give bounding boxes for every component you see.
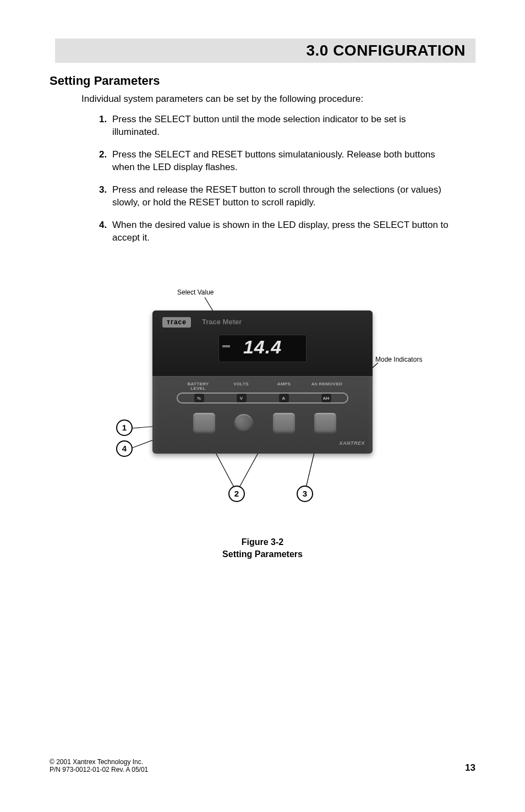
indicator-oval: % V A AH xyxy=(177,393,348,404)
part-number: P/N 973-0012-01-02 Rev. A 05/01 xyxy=(50,766,148,773)
select-button[interactable] xyxy=(193,413,215,434)
step-number: 4. xyxy=(99,219,112,244)
step-number: 1. xyxy=(99,113,112,139)
step-4: 4. When the desired value is shown in th… xyxy=(99,219,453,244)
section-header: 3.0 CONFIGURATION xyxy=(55,39,475,63)
label-ah: Ah REMOVED xyxy=(305,382,348,392)
callout-circle-3: 3 xyxy=(297,486,313,502)
footer-left: © 2001 Xantrex Technology Inc. P/N 973-0… xyxy=(50,758,148,773)
procedure-list: 1. Press the SELECT button until the mod… xyxy=(99,113,453,244)
step-text: When the desired value is shown in the L… xyxy=(112,219,453,244)
step-number: 2. xyxy=(99,149,112,174)
label-amps: AMPS xyxy=(262,382,305,392)
label-volts: VOLTS xyxy=(220,382,262,392)
callout-circle-4: 4 xyxy=(116,440,133,457)
step-text: Press and release the RESET button to sc… xyxy=(112,184,453,209)
callout-circle-2: 2 xyxy=(228,486,245,502)
button-row xyxy=(193,413,336,434)
callout-select-value: Select Value xyxy=(177,288,214,296)
copyright: © 2001 Xantrex Technology Inc. xyxy=(50,758,148,766)
device-top-panel: тгасе Trace Meter 14.4 xyxy=(152,310,373,377)
brand-badge: тгасе xyxy=(162,317,191,328)
callout-circle-1: 1 xyxy=(116,419,133,436)
indicator-pct-icon: % xyxy=(194,394,204,402)
indicator-ah-icon: AH xyxy=(321,394,331,402)
indicator-labels: BATTERY LEVEL VOLTS AMPS Ah REMOVED xyxy=(177,382,348,392)
indicator-a-icon: A xyxy=(279,394,289,402)
step-1: 1. Press the SELECT button until the mod… xyxy=(99,113,453,139)
device-panel: тгасе Trace Meter 14.4 BATTERY LEVEL VOL… xyxy=(152,310,373,454)
step-text: Press the SELECT and RESET buttons simul… xyxy=(112,149,453,174)
figure-wrapper: Select Value Mode Indicators 1 4 2 3 тга… xyxy=(70,283,455,536)
page-number: 13 xyxy=(465,762,475,773)
step-2: 2. Press the SELECT and RESET buttons si… xyxy=(99,149,453,174)
device-title: Trace Meter xyxy=(202,318,242,326)
center-button[interactable] xyxy=(234,414,253,433)
label-battery: BATTERY LEVEL xyxy=(177,382,220,392)
lcd-value: 14.4 xyxy=(243,336,282,357)
step-number: 3. xyxy=(99,184,112,209)
page-footer: © 2001 Xantrex Technology Inc. P/N 973-0… xyxy=(50,758,475,773)
callout-mode-indicators: Mode Indicators xyxy=(375,356,422,363)
figure-caption: Figure 3-2 Setting Parameters xyxy=(50,536,475,561)
intro-paragraph: Individual system parameters can be set … xyxy=(81,94,475,105)
figure-number: Figure 3-2 xyxy=(50,536,475,548)
step-text: Press the SELECT button until the mode s… xyxy=(112,113,453,139)
manufacturer-logo: XANTREX xyxy=(339,440,365,446)
indicator-v-icon: V xyxy=(237,394,247,402)
subsection-heading: Setting Parameters xyxy=(50,74,475,88)
figure-title: Setting Parameters xyxy=(50,548,475,560)
lcd-display: 14.4 xyxy=(218,335,307,362)
negative-indicator xyxy=(222,345,230,347)
aux-button[interactable] xyxy=(314,413,336,434)
step-3: 3. Press and release the RESET button to… xyxy=(99,184,453,209)
reset-button[interactable] xyxy=(273,413,295,434)
mode-indicator-strip: BATTERY LEVEL VOLTS AMPS Ah REMOVED % V … xyxy=(177,382,348,404)
